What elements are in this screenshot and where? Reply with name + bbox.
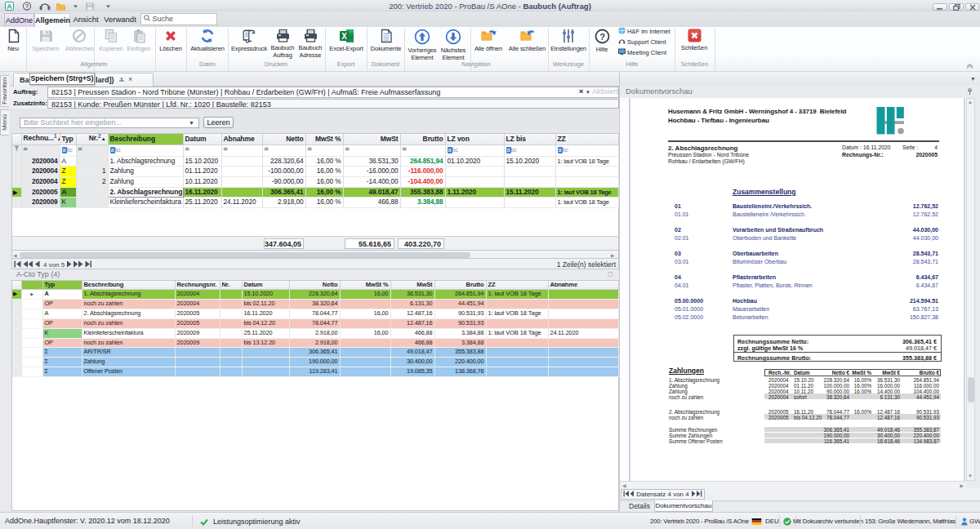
svg-text:?: ? xyxy=(599,32,605,42)
svg-text:X: X xyxy=(341,32,347,41)
svg-text:?: ? xyxy=(25,2,29,10)
svg-text:A: A xyxy=(7,2,12,11)
